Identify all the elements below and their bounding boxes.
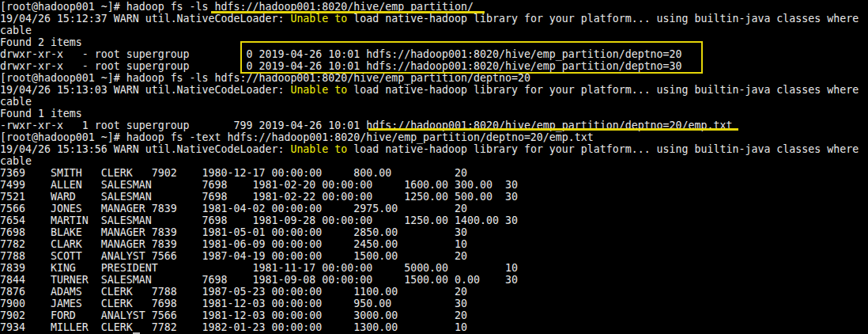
command-text-emp-txt: [root@hadoop001 ~]# hadoop fs -text hdfs…: [0, 131, 868, 143]
emp-row: 7521 WARD SALESMAN 7698 1981-02-22 00:00…: [0, 191, 868, 203]
warn-wrap-2: cable: [0, 96, 868, 108]
found-items-1: Found 2 items: [0, 36, 868, 48]
warn-wrap-3: cable: [0, 155, 868, 167]
emp-row: 7369 SMITH CLERK 7902 1980-12-17 00:00:0…: [0, 167, 868, 179]
emp-row: 7900 JAMES CLERK 7698 1981-12-03 00:00:0…: [0, 298, 868, 309]
emp-row: 7566 JONES MANAGER 7839 1981-04-02 00:00…: [0, 203, 868, 214]
emp-row: 7902 FORD ANALYST 7566 1981-12-03 00:00:…: [0, 309, 868, 321]
ls-row-emp-txt: -rwxr-xr-x 1 root supergroup 799 2019-04…: [0, 120, 868, 131]
warn-native-code-loader-2: 19/04/26 15:13:03 WARN util.NativeCodeLo…: [0, 84, 868, 96]
found-items-2: Found 1 items: [0, 108, 868, 120]
emp-row: 7654 MARTIN SALESMAN 7698 1981-09-28 00:…: [0, 214, 868, 226]
emp-row: 7782 CLARK MANAGER 7839 1981-06-09 00:00…: [0, 238, 868, 250]
command-ls-partition-dir: [root@hadoop001 ~]# hadoop fs -ls hdfs:/…: [0, 1, 868, 13]
highlighted-text: Unable to: [290, 84, 347, 96]
warn-native-code-loader-3: 19/04/26 15:13:56 WARN util.NativeCodeLo…: [0, 143, 868, 155]
emp-row: 7844 TURNER SALESMAN 7698 1981-09-08 00:…: [0, 274, 868, 286]
emp-row: 7698 BLAKE MANAGER 7839 1981-05-01 00:00…: [0, 226, 868, 238]
command-ls-deptno20: [root@hadoop001 ~]# hadoop fs -ls hdfs:/…: [0, 72, 868, 84]
warn-native-code-loader-1: 19/04/26 15:12:37 WARN util.NativeCodeLo…: [0, 13, 868, 25]
emp-row: 7499 ALLEN SALESMAN 7698 1981-02-20 00:0…: [0, 179, 868, 191]
ls-row-deptno30: drwxr-xr-x - root supergroup 0 2019-04-2…: [0, 60, 868, 72]
warn-wrap-1: cable: [0, 25, 868, 36]
emp-row: 7839 KING PRESIDENT 1981-11-17 00:00:00 …: [0, 262, 868, 274]
emp-row: 7788 SCOTT ANALYST 7566 1987-04-19 00:00…: [0, 250, 868, 262]
highlighted-text: Unable to: [290, 13, 347, 25]
emp-row: 7876 ADAMS CLERK 7788 1987-05-23 00:00:0…: [0, 286, 868, 298]
terminal[interactable]: [root@hadoop001 ~]# hadoop fs -ls hdfs:/…: [0, 0, 868, 334]
highlighted-text: Unable to: [290, 143, 347, 155]
ls-row-deptno20: drwxr-xr-x - root supergroup 0 2019-04-2…: [0, 48, 868, 60]
emp-row: 7934 MILLER CLERK 7782 1982-01-23 00:00:…: [0, 321, 868, 333]
